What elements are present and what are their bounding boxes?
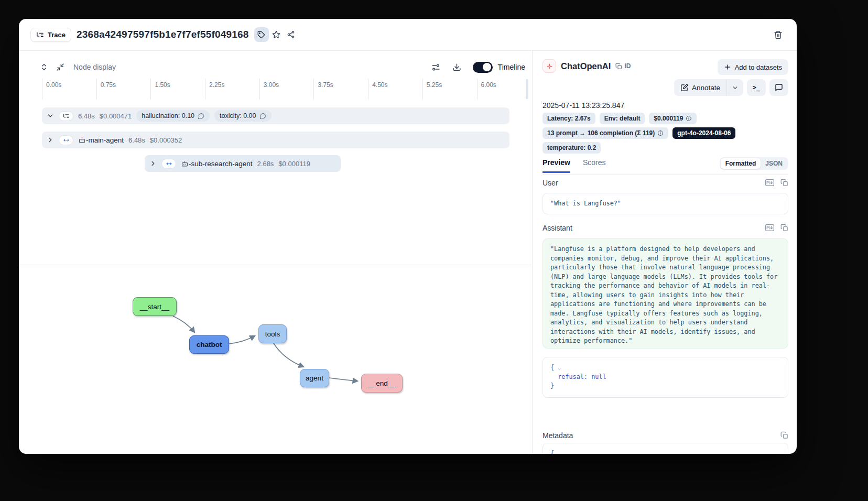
info-icon xyxy=(657,130,664,136)
trace-duration: 6.48s xyxy=(78,112,95,120)
tab-preview[interactable]: Preview xyxy=(542,158,570,173)
brace-close: } xyxy=(550,382,554,389)
axis-tick: 4.50s xyxy=(368,79,422,100)
minimize-icon xyxy=(56,63,64,71)
annotate-button[interactable]: Annotate xyxy=(674,79,726,96)
robot-icon xyxy=(78,136,86,144)
pencil-square-icon xyxy=(680,84,688,92)
format-json[interactable]: JSON xyxy=(761,158,787,169)
axis-tick: 1.50s xyxy=(150,79,205,100)
markdown-toggle-icon[interactable] xyxy=(765,224,774,232)
collapse-all-button[interactable] xyxy=(55,60,66,74)
timeline-toggle[interactable] xyxy=(473,62,493,73)
graph-node-tools[interactable]: tools xyxy=(258,324,287,343)
star-icon xyxy=(272,30,280,39)
main-agent-name: -main-agent xyxy=(78,136,124,144)
list-tree-icon xyxy=(63,113,70,119)
arrows-left-right-icon xyxy=(63,137,70,144)
expand-all-button[interactable] xyxy=(39,60,49,74)
metadata-section-label: Metadata xyxy=(542,431,573,440)
collapse-chevron-icon[interactable]: ⌄ xyxy=(558,451,561,454)
latency-badge: Latency: 2.67s xyxy=(542,113,595,124)
terminal-icon: >_ xyxy=(753,84,760,91)
chevron-down-icon xyxy=(732,84,739,91)
chevron-right-icon[interactable] xyxy=(149,160,157,167)
user-message-box: "What is Langfuse?" xyxy=(542,193,788,214)
assistant-message-box: "Langfuse is a platform designed to help… xyxy=(542,238,788,348)
user-section-label: User xyxy=(542,179,558,187)
main-agent-cost: $0.000352 xyxy=(150,136,182,144)
share-button[interactable] xyxy=(284,27,298,42)
download-button[interactable] xyxy=(452,60,462,74)
annotate-dropdown-button[interactable] xyxy=(726,79,743,96)
copy-icon[interactable] xyxy=(780,179,788,187)
node-display-label: Node display xyxy=(73,63,116,71)
axis-tick: 0.00s xyxy=(42,79,96,100)
download-icon xyxy=(452,63,461,72)
graph-edge-chatbot-to-tools xyxy=(229,336,255,344)
trash-icon xyxy=(774,30,783,39)
trace-cost: $0.000471 xyxy=(100,112,132,120)
add-to-datasets-label: Add to datasets xyxy=(735,63,782,71)
copy-icon[interactable] xyxy=(780,431,788,439)
collapse-chevron-icon[interactable]: ⌄ xyxy=(558,365,561,371)
app-window: Trace 2368a42497597f5b1e7f7ef55f049168 xyxy=(19,19,797,454)
env-badge: Env: default xyxy=(600,113,645,124)
sub-research-agent-row[interactable]: -sub-research-agent 2.68s $0.000119 xyxy=(145,155,341,172)
tab-scores[interactable]: Scores xyxy=(583,158,606,171)
observation-title: ChatOpenAI xyxy=(561,61,611,71)
annotate-label: Annotate xyxy=(692,84,720,92)
id-label: ID xyxy=(624,62,631,70)
comments-button[interactable] xyxy=(769,79,788,96)
graph-node-end[interactable]: __end__ xyxy=(361,374,403,393)
main-agent-row[interactable]: -main-agent 6.48s $0.000352 xyxy=(42,132,509,148)
graph-edge-agent-to-__end__ xyxy=(329,378,357,381)
refusal-line: refusal: null xyxy=(550,373,606,380)
timeline-scrollbar[interactable] xyxy=(526,79,528,99)
time-axis: 0.00s0.75s1.50s2.25s3.00s3.75s4.50s5.25s… xyxy=(42,79,531,100)
chat-bubble-icon xyxy=(775,83,783,92)
display-settings-button[interactable] xyxy=(431,60,441,74)
trace-row[interactable]: 6.48s $0.000471 hallucination: 0.10 toxi… xyxy=(42,107,509,124)
graph-node-agent[interactable]: agent xyxy=(300,369,329,387)
axis-tick: 6.00s xyxy=(477,79,531,100)
copy-icon xyxy=(615,63,622,70)
share-icon xyxy=(287,30,295,39)
trace-type-chip[interactable]: Trace xyxy=(30,28,71,42)
cost-badge[interactable]: $0.000119 xyxy=(649,113,697,124)
markdown-toggle-icon[interactable] xyxy=(765,179,774,187)
playground-button[interactable]: >_ xyxy=(747,79,766,96)
tokens-value: 13 prompt → 106 completion (Σ 119) xyxy=(547,129,655,137)
copy-icon[interactable] xyxy=(780,224,788,232)
toggle-knob xyxy=(483,63,491,71)
star-button[interactable] xyxy=(269,27,284,42)
comment-icon xyxy=(259,113,266,119)
chevron-right-icon[interactable] xyxy=(47,136,54,144)
sub-agent-cost: $0.000119 xyxy=(278,160,310,168)
sliders-icon xyxy=(431,63,440,72)
trace-node-icon xyxy=(59,111,73,121)
add-to-datasets-button[interactable]: Add to datasets xyxy=(718,59,788,75)
copy-id-button[interactable]: ID xyxy=(615,62,631,70)
graph-node-start[interactable]: __start__ xyxy=(133,297,177,316)
chevron-down-icon[interactable] xyxy=(47,112,54,119)
format-formatted[interactable]: Formatted xyxy=(721,158,761,169)
arrows-left-right-icon xyxy=(166,160,172,167)
refusal-json-box: { ⌄ refusal: null} xyxy=(542,357,788,398)
assistant-section-label: Assistant xyxy=(542,224,572,232)
tag-button[interactable] xyxy=(254,27,269,42)
robot-icon xyxy=(181,160,189,168)
trace-id: 2368a42497597f5b1e7f7ef55f049168 xyxy=(77,29,249,40)
score-label: toxicity: 0.00 xyxy=(220,112,256,119)
score-badge-hallucination[interactable]: hallucination: 0.10 xyxy=(136,110,210,122)
tokens-badge[interactable]: 13 prompt → 106 completion (Σ 119) xyxy=(542,127,668,139)
brace-open: { xyxy=(550,364,554,371)
sub-agent-duration: 2.68s xyxy=(257,160,274,168)
detail-tabs: Preview Scores Formatted JSON xyxy=(542,158,788,175)
info-icon xyxy=(686,115,692,122)
graph-node-chatbot[interactable]: chatbot xyxy=(189,335,229,354)
model-badge[interactable]: gpt-4o-2024-08-06 xyxy=(672,127,735,139)
score-badge-toxicity[interactable]: toxicity: 0.00 xyxy=(214,110,271,122)
axis-tick: 3.00s xyxy=(259,79,314,100)
delete-trace-button[interactable] xyxy=(771,27,785,42)
